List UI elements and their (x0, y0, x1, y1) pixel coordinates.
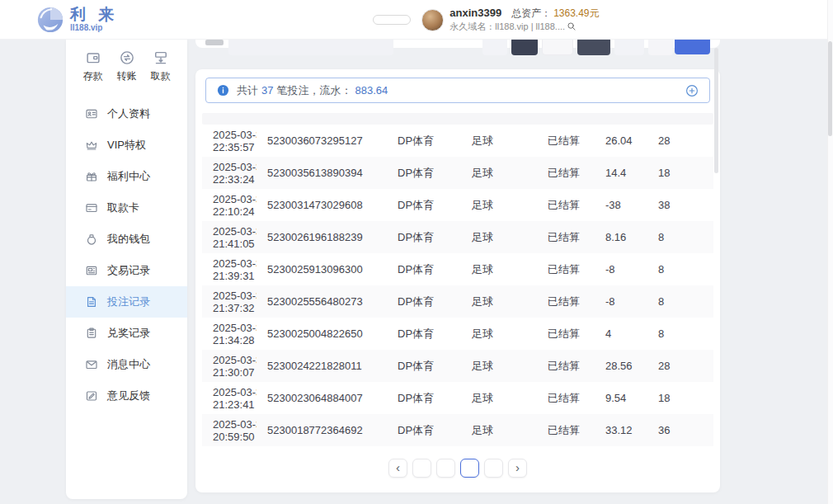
column-header (461, 113, 537, 125)
vip-icon (85, 139, 98, 152)
cell-date: 2025-03-30 22:10:24 (202, 193, 256, 218)
table-row: 2025-03-30 21:37:32 5230025556480273 DP体… (202, 285, 713, 318)
transfer-icon (117, 49, 137, 66)
search-icon[interactable] (567, 21, 577, 31)
cell-valid-amount: 8 (647, 327, 713, 340)
cell-order-number: 5230025004822650 (256, 327, 387, 340)
turnover-value: 883.64 (355, 84, 388, 97)
table-row: 2025-03-30 22:10:24 5230031473029608 DP体… (202, 189, 713, 221)
logo-domain: ll188.vip (70, 24, 118, 32)
bet-records-panel: 共计 37 笔投注，流水： 883.64 2025-03-30 22:35:57… (195, 69, 720, 492)
cell-payout: 4 (595, 327, 647, 340)
cell-platform: DP体育 (387, 294, 461, 309)
site-logo[interactable]: 利 来 ll188.vip (36, 6, 118, 34)
cell-date: 2025-03-30 22:35:57 (202, 129, 256, 153)
filter-segment-ghost[interactable] (511, 37, 538, 55)
column-header (256, 113, 387, 125)
bets-icon (85, 295, 98, 309)
cell-bet-status: 已结算 (537, 294, 595, 309)
cell-order-number: 5230025913096300 (256, 263, 387, 276)
sidebar-item[interactable]: 消息中心 (66, 349, 187, 380)
table-row: 2025-03-30 22:33:24 5230035613890394 DP体… (202, 157, 713, 189)
info-icon (217, 84, 229, 97)
permanent-domain-label: 永久域名： (449, 22, 495, 31)
cell-bet-content: 足球 (461, 166, 537, 181)
cell-payout: 33.12 (595, 424, 647, 436)
sidebar-item[interactable]: 交易记录 (66, 255, 187, 286)
top-navbar: 利 来 ll188.vip anxin3399 总资产： 1363.49元 永久… (0, 0, 833, 40)
page-scrollbar-thumb[interactable] (828, 41, 832, 136)
wallet-quick-actions (373, 15, 411, 25)
cell-valid-amount: 38 (647, 199, 713, 211)
cell-bet-content: 足球 (461, 294, 537, 309)
filter-segment-ghost[interactable] (542, 37, 573, 55)
cell-order-number: 5230036073295127 (256, 134, 387, 147)
sidebar-item[interactable]: 兑奖记录 (66, 318, 187, 349)
cell-payout: -38 (595, 199, 647, 211)
filter-segment-ghost[interactable] (614, 37, 644, 55)
cell-bet-status: 已结算 (537, 359, 595, 374)
cell-bet-content: 足球 (461, 262, 537, 277)
avatar[interactable] (421, 9, 444, 31)
assets-label: 总资产： (511, 8, 551, 18)
cell-bet-status: 已结算 (537, 198, 595, 213)
inner-scrollbar-thumb[interactable] (714, 48, 718, 173)
table-row: 2025-03-30 20:59:50 5230018772364692 DP体… (202, 414, 713, 446)
page-number-button[interactable] (484, 459, 503, 478)
page-number-button[interactable] (412, 459, 431, 478)
cell-bet-content: 足球 (461, 134, 537, 148)
cell-bet-status: 已结算 (537, 134, 595, 148)
sidebar-quick-action[interactable]: 存款 (83, 49, 103, 83)
redeem-icon (85, 327, 98, 340)
cell-bet-content: 足球 (461, 198, 537, 213)
message-icon (85, 358, 98, 371)
sidebar-quick-action[interactable]: 取款 (151, 49, 171, 83)
sidebar-item[interactable]: VIP特权 (66, 130, 187, 161)
filter-segment-ghost[interactable] (482, 37, 507, 55)
cell-date: 2025-03-30 20:59:50 (202, 418, 256, 443)
cell-platform: DP体育 (387, 262, 461, 277)
cell-platform: DP体育 (387, 230, 461, 245)
username[interactable]: anxin3399 (449, 7, 501, 18)
sidebar: 存款 转账 取款 个人资料 VIP特权 福利中心 取款卡 (66, 40, 187, 499)
cell-bet-content: 足球 (461, 423, 537, 438)
cell-platform: DP体育 (387, 327, 461, 341)
page-number-button[interactable] (436, 459, 455, 478)
column-header (537, 113, 595, 125)
sidebar-item[interactable]: 福利中心 (66, 161, 187, 192)
cell-order-number: 5230025556480273 (256, 295, 387, 308)
page-number-button[interactable] (460, 459, 479, 478)
sidebar-item[interactable]: 意见反馈 (66, 380, 187, 412)
cell-payout: 14.4 (595, 167, 647, 179)
cell-order-number: 5230023064884007 (256, 392, 387, 404)
next-page-button[interactable]: › (508, 459, 527, 478)
table-row: 2025-03-30 21:41:05 5230026196188239 DP体… (202, 221, 713, 253)
sidebar-menu: 个人资料 VIP特权 福利中心 取款卡 我的钱包 交易记录 投注记录 (66, 98, 187, 412)
cell-bet-status: 已结算 (537, 262, 595, 277)
prev-page-button[interactable]: ‹ (388, 459, 407, 478)
cell-date: 2025-03-30 21:30:07 (202, 354, 256, 379)
filter-segment-ghost[interactable] (577, 37, 610, 55)
logo-icon (36, 6, 64, 34)
cell-date: 2025-03-30 22:33:24 (202, 161, 256, 186)
table-row: 2025-03-30 21:30:07 5230024221828011 DP体… (202, 350, 713, 382)
cell-bet-status: 已结算 (537, 423, 595, 438)
sidebar-quick-action[interactable]: 转账 (117, 49, 137, 83)
sidebar-item[interactable]: 个人资料 (66, 98, 187, 130)
cell-bet-content: 足球 (461, 327, 537, 341)
cell-valid-amount: 18 (647, 167, 713, 179)
cell-payout: -8 (595, 263, 647, 276)
cell-bet-status: 已结算 (537, 327, 595, 341)
sidebar-item[interactable]: 取款卡 (66, 192, 187, 224)
cell-date: 2025-03-30 21:41:05 (202, 225, 256, 250)
filter-segment-ghost[interactable] (648, 37, 673, 55)
table-body: 2025-03-30 22:35:57 5230036073295127 DP体… (202, 125, 713, 446)
sidebar-item[interactable]: 投注记录 (66, 286, 187, 318)
cell-bet-status: 已结算 (537, 166, 595, 181)
plus-circle-icon[interactable] (685, 84, 699, 97)
cell-valid-amount: 36 (647, 424, 713, 436)
column-header (387, 113, 461, 125)
cell-bet-content: 足球 (461, 230, 537, 245)
cell-payout: 28.56 (595, 360, 647, 372)
sidebar-item[interactable]: 我的钱包 (66, 224, 187, 255)
